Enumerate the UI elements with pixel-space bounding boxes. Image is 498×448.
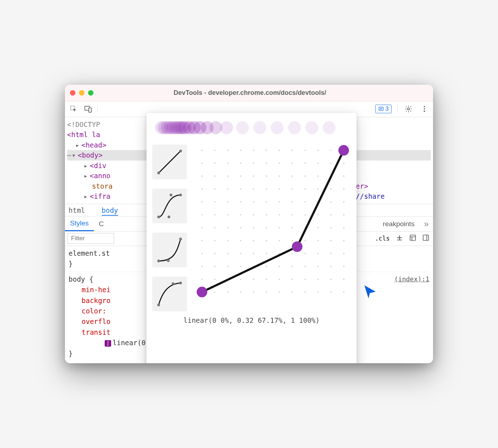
svg-point-111 (253, 240, 254, 241)
svg-point-122 (240, 253, 241, 254)
svg-point-154 (343, 278, 345, 280)
svg-point-92 (317, 214, 319, 215)
svg-point-24 (214, 150, 215, 151)
svg-point-63 (253, 188, 254, 190)
svg-point-133 (227, 265, 228, 267)
easing-curve-editor[interactable]: {"cols":12,"rows":12,"step":36,"ox":2,"o… (195, 142, 351, 308)
easing-preview-row (152, 119, 351, 137)
svg-point-90 (292, 214, 293, 215)
svg-point-102 (292, 227, 293, 228)
iframe-tag[interactable]: <ifra (90, 192, 110, 200)
svg-point-35 (201, 162, 203, 164)
toggle-sidebar-icon[interactable] (422, 234, 429, 243)
separator (397, 105, 398, 113)
preset-linear[interactable] (152, 145, 187, 179)
titlebar: DevTools - developer.chrome.com/docs/dev… (65, 85, 433, 101)
svg-point-64 (266, 188, 267, 190)
svg-point-29 (279, 150, 280, 151)
styles-filter-input[interactable] (67, 233, 114, 244)
tab-styles[interactable]: Styles (65, 216, 94, 231)
devtools-window: DevTools - developer.chrome.com/docs/dev… (65, 85, 433, 363)
control-point-mid[interactable] (292, 241, 302, 252)
element-style-selector: element.st (69, 249, 110, 257)
tab-computed[interactable]: C (94, 217, 109, 231)
svg-point-12 (179, 150, 182, 153)
svg-point-45 (330, 162, 332, 164)
svg-point-18 (167, 259, 170, 262)
html-open-tag[interactable]: <html la (67, 131, 100, 139)
minimize-window-button[interactable] (79, 90, 84, 96)
svg-point-39 (253, 162, 254, 164)
more-tabs-icon[interactable]: » (420, 219, 433, 229)
preset-ease-in-out[interactable] (152, 189, 187, 223)
svg-point-86 (240, 214, 241, 215)
svg-point-157 (227, 291, 228, 293)
device-toolbar-icon[interactable] (83, 104, 93, 114)
tab-breakpoints[interactable]: reakpoints (378, 217, 420, 231)
inspect-element-icon[interactable] (69, 104, 79, 114)
svg-point-107 (201, 240, 203, 241)
disclosure-triangle-icon[interactable]: ▸ (84, 161, 90, 171)
svg-point-127 (305, 253, 306, 254)
doctype-node: <!DOCTYP (67, 120, 100, 128)
preset-ease-in[interactable] (152, 233, 187, 267)
disclosure-triangle-icon[interactable]: ▸ (75, 140, 82, 150)
svg-point-75 (253, 201, 254, 203)
close-window-button[interactable] (70, 90, 75, 96)
disclosure-triangle-icon[interactable]: ▸ (84, 191, 90, 202)
svg-point-106 (343, 227, 345, 228)
svg-point-97 (227, 227, 228, 228)
svg-point-58 (343, 175, 345, 177)
svg-point-48 (214, 175, 215, 177)
svg-point-46 (343, 162, 345, 164)
svg-point-130 (343, 253, 345, 254)
style-source-link[interactable]: (index):1 (394, 274, 429, 284)
svg-point-74 (240, 201, 241, 203)
control-point-start[interactable] (197, 287, 207, 297)
svg-point-153 (330, 278, 332, 280)
svg-point-87 (253, 214, 254, 215)
svg-point-41 (279, 162, 280, 164)
control-point-end[interactable] (338, 145, 349, 155)
svg-point-25 (227, 150, 228, 151)
svg-point-160 (266, 291, 267, 293)
cls-toggle[interactable]: .cls (375, 235, 390, 242)
anno-tag[interactable]: <anno (90, 172, 110, 180)
svg-point-22 (172, 282, 175, 285)
svg-point-138 (292, 265, 293, 267)
new-style-rule-icon[interactable] (396, 234, 403, 243)
svg-point-17 (157, 259, 160, 262)
svg-point-82 (343, 201, 345, 203)
svg-point-137 (279, 265, 280, 267)
breadcrumb-body[interactable]: body (102, 206, 118, 216)
disclosure-triangle-open-icon[interactable]: ▾ (71, 150, 78, 161)
computed-styles-icon[interactable] (409, 234, 416, 243)
easing-readout: linear(0 0%, 0.32 67.17%, 1 100%) (152, 311, 351, 324)
svg-point-84 (214, 214, 215, 215)
svg-point-53 (279, 175, 280, 177)
maximize-window-button[interactable] (88, 90, 93, 96)
curve-svg[interactable]: {"cols":12,"rows":12,"step":36,"ox":2,"o… (195, 142, 351, 308)
svg-point-11 (157, 171, 160, 174)
head-tag[interactable]: <head> (82, 141, 106, 149)
svg-point-88 (266, 214, 267, 215)
disclosure-triangle-icon[interactable]: ▸ (84, 171, 90, 181)
easing-editor-popup: {"cols":12,"rows":12,"step":36,"ox":2,"o… (147, 113, 357, 363)
preset-ease-out[interactable] (152, 277, 187, 311)
svg-point-4 (407, 108, 410, 110)
body-selector: body { (69, 275, 93, 283)
svg-point-121 (227, 253, 228, 254)
svg-point-78 (292, 201, 293, 203)
svg-point-162 (292, 291, 293, 293)
settings-icon[interactable] (403, 104, 414, 114)
easing-swatch-icon[interactable]: ∫ (105, 340, 111, 347)
div-tag[interactable]: <div (90, 162, 106, 170)
svg-point-14 (167, 215, 170, 218)
more-icon[interactable] (419, 104, 429, 114)
svg-point-5 (424, 106, 425, 107)
svg-point-139 (305, 265, 306, 267)
issues-badge[interactable]: 3 (375, 105, 392, 113)
svg-point-60 (214, 188, 215, 190)
breadcrumb-html[interactable]: html (69, 206, 85, 214)
svg-point-69 (330, 188, 332, 190)
